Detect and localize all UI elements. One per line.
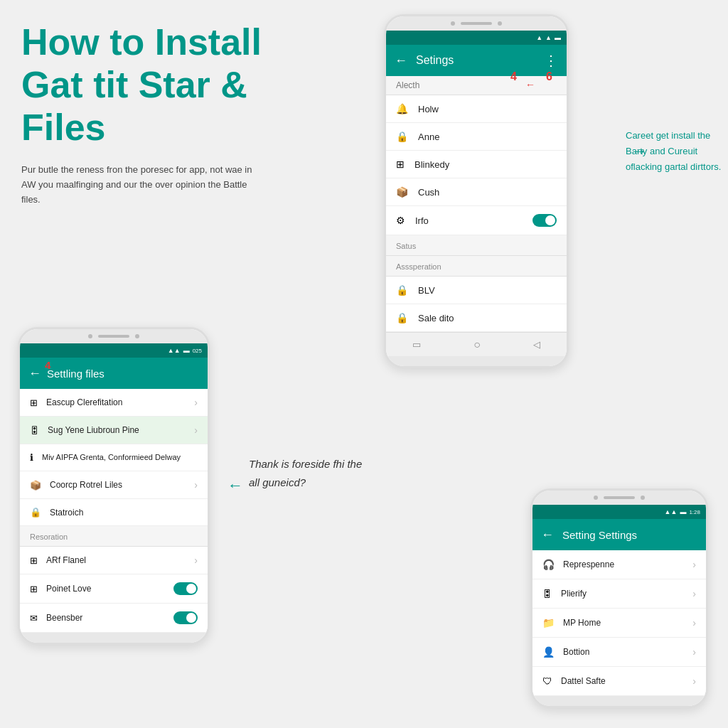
toggle-poinet[interactable] bbox=[173, 582, 198, 595]
gear-icon: ⚙ bbox=[396, 215, 405, 226]
grid2-icon: ⊞ bbox=[30, 397, 38, 408]
p2-toolbar-title: Settling files bbox=[47, 368, 199, 380]
menu-item-represpenne[interactable]: 🎧 Represpenne › bbox=[532, 550, 706, 579]
chevron1-icon: › bbox=[194, 397, 198, 408]
more-icon[interactable]: ⋮ bbox=[544, 52, 558, 69]
status-wifi: ▲ bbox=[536, 34, 542, 41]
back-icon[interactable]: ← bbox=[395, 53, 407, 68]
annotation-4: 4 bbox=[510, 70, 517, 83]
chevron9-icon: › bbox=[692, 675, 696, 687]
info-icon: ℹ bbox=[30, 452, 33, 463]
toggle-irfo[interactable] bbox=[532, 214, 557, 227]
menu-item-irfo[interactable]: ⚙ Irfo bbox=[386, 206, 567, 235]
menu-item-poinet[interactable]: ⊞ Poinet Love bbox=[20, 574, 208, 604]
headphone-icon: 🎧 bbox=[542, 559, 555, 570]
email-icon: ✉ bbox=[30, 613, 38, 623]
center-annotation-text: Thank is foreside fhi the all guneicd? bbox=[249, 455, 370, 493]
nav-back-icon[interactable]: ◁ bbox=[533, 339, 540, 350]
chevron6-icon: › bbox=[692, 588, 696, 599]
center-annotation-arrow: ← bbox=[228, 476, 243, 495]
chevron4-icon: › bbox=[194, 555, 198, 566]
dial-icon: 🎛 bbox=[30, 425, 39, 436]
subtitle-text: Pur butle the reness fron the poresec fo… bbox=[21, 163, 263, 207]
menu-item-cush[interactable]: 📦 Cush bbox=[386, 178, 567, 206]
p2-battery: ▬ bbox=[183, 347, 190, 354]
nav-recent-icon[interactable]: ▭ bbox=[412, 339, 421, 350]
phone-2: ▲▲ ▬ 025 ← 4 Settling files ⊞ Eascup Cle… bbox=[18, 327, 217, 645]
menu-item-highlighted[interactable]: 🎛 Sug Yene Liubroun Pine › bbox=[20, 417, 208, 444]
shield-icon: 🛡 bbox=[542, 675, 552, 687]
lock-icon: 🔒 bbox=[396, 131, 408, 142]
p2-wifi: ▲▲ bbox=[168, 347, 181, 354]
nav-home-icon[interactable]: ○ bbox=[473, 338, 481, 351]
p3-back-icon[interactable]: ← bbox=[541, 528, 554, 542]
user-icon: 👤 bbox=[542, 646, 555, 658]
chevron7-icon: › bbox=[692, 617, 696, 628]
menu-item-plierify[interactable]: 🎛 Plierify › bbox=[532, 579, 706, 609]
p2-back-icon[interactable]: ← bbox=[28, 366, 41, 381]
menu-item-dattel[interactable]: 🛡 Dattel Safte › bbox=[532, 667, 706, 696]
bell-icon: 🔔 bbox=[396, 103, 408, 114]
phone-3: ▲▲ ▬ 1:28 ← Setting Settings 🎧 Represpen… bbox=[530, 488, 708, 708]
status-signal: ▲ bbox=[545, 34, 552, 41]
chevron2-icon: › bbox=[194, 424, 198, 436]
chevron5-icon: › bbox=[692, 559, 696, 570]
annotation-arrow: ← bbox=[525, 79, 535, 90]
menu-item[interactable]: ⊞ ARf Flanel › bbox=[20, 547, 208, 574]
lock4-icon: 🔒 bbox=[30, 507, 41, 518]
section-satus: Satus bbox=[396, 242, 416, 250]
lock3-icon: 🔒 bbox=[396, 312, 408, 323]
p2-annotation-4: 4 bbox=[45, 359, 50, 371]
section-resoration: Resoration bbox=[30, 532, 68, 541]
menu-item[interactable]: 🔒 Statroich bbox=[20, 499, 208, 526]
menu-item-sale[interactable]: 🔒 Sale dito bbox=[386, 304, 567, 332]
menu-item[interactable]: ℹ Miv AIPFA Grenta, Conformieed Delway bbox=[20, 444, 208, 471]
toggle-beensber[interactable] bbox=[173, 611, 198, 624]
dial2-icon: 🎛 bbox=[542, 588, 552, 599]
side-annotation: Careet get install the Barty and Cureuit… bbox=[626, 128, 725, 175]
p3-toolbar-title: Setting Settings bbox=[562, 529, 697, 541]
chevron8-icon: › bbox=[692, 646, 696, 658]
folder-icon: 📁 bbox=[542, 617, 555, 628]
grid4-icon: ⊞ bbox=[30, 584, 38, 594]
menu-item-blv[interactable]: 🔒 BLV bbox=[386, 277, 567, 304]
phone-1: ▲ ▲ ▬ ← Setings ⋮ Alecth 4 6 ← bbox=[384, 14, 604, 368]
menu-item-bottion[interactable]: 👤 Bottion › bbox=[532, 638, 706, 667]
menu-item[interactable]: ⊞ Eascup Clerefitation › bbox=[20, 389, 208, 417]
menu-item[interactable]: 📦 Coorcp Rotrel Liles › bbox=[20, 471, 208, 499]
grid-icon: ⊞ bbox=[396, 159, 405, 170]
box-icon: 📦 bbox=[396, 186, 408, 198]
status-battery: ▬ bbox=[555, 34, 561, 41]
chevron3-icon: › bbox=[194, 479, 198, 491]
main-title: How to Install Gat tit Star & Files bbox=[21, 21, 291, 149]
menu-item[interactable]: ⊞ Blinkedy bbox=[386, 151, 567, 178]
p3-wifi: ▲▲ bbox=[665, 508, 678, 515]
grid3-icon: ⊞ bbox=[30, 555, 38, 566]
section-asssperation: Asssperation bbox=[396, 262, 441, 271]
p3-battery: ▬ bbox=[680, 508, 686, 515]
menu-item-mphome[interactable]: 📁 MP Home › bbox=[532, 609, 706, 638]
menu-item[interactable]: 🔒 Anne bbox=[386, 123, 567, 151]
lock2-icon: 🔒 bbox=[396, 284, 408, 296]
menu-item-beensber[interactable]: ✉ Beensber bbox=[20, 604, 208, 633]
box2-icon: 📦 bbox=[30, 480, 41, 491]
phone1-toolbar-title: Setings bbox=[416, 54, 544, 67]
menu-item[interactable]: 🔔 Holw bbox=[386, 95, 567, 123]
annotation-6: 6 bbox=[546, 70, 552, 83]
